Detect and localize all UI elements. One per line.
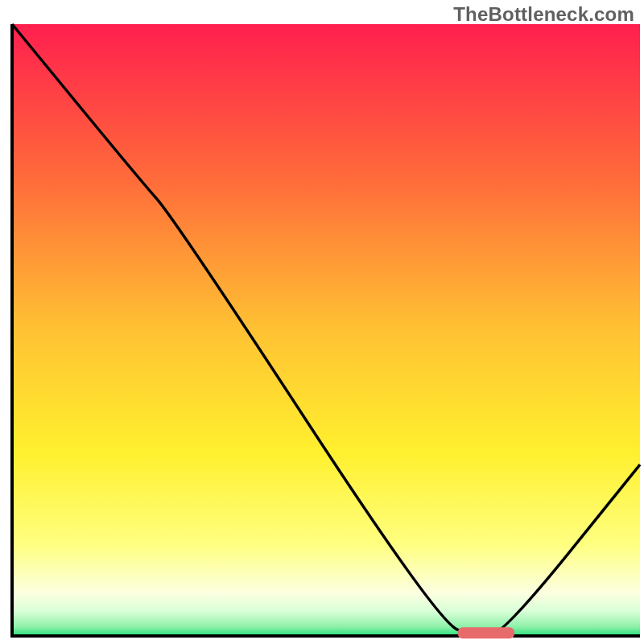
- chart-container: TheBottleneck.com: [0, 0, 644, 644]
- watermark-text: TheBottleneck.com: [453, 3, 634, 26]
- bottleneck-chart: [0, 0, 644, 644]
- optimal-marker: [458, 627, 514, 638]
- plot-background: [12, 24, 640, 636]
